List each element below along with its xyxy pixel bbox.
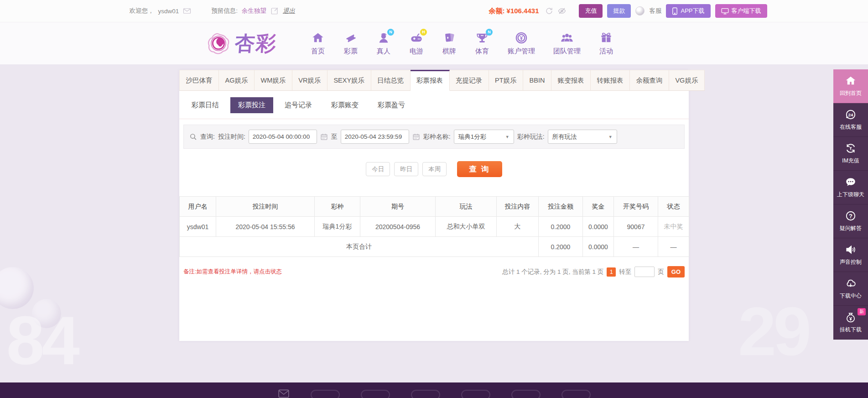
mail-icon[interactable]: [183, 7, 191, 15]
tab-bbin[interactable]: BBIN: [523, 70, 551, 91]
nav-item-home[interactable]: 首页: [301, 31, 334, 56]
chevron-down-icon: ▼: [608, 135, 613, 139]
tab-lottery-report[interactable]: 彩票报表: [411, 70, 450, 91]
site-logo[interactable]: 杏彩: [206, 30, 277, 57]
nav-item-egames[interactable]: H 电游: [400, 31, 433, 56]
pagination: 总计 1 个记录, 分为 1 页, 当前第 1 页 1 转至 页 GO: [502, 266, 685, 278]
logo-text: 杏彩: [234, 30, 278, 57]
tab-pt[interactable]: PT娱乐: [489, 70, 524, 91]
filter-play-label: 彩种玩法:: [517, 133, 545, 141]
summary-bet-amount: 0.2000: [539, 237, 583, 257]
yesterday-button[interactable]: 昨日: [394, 162, 418, 176]
goto-page-input[interactable]: [634, 267, 655, 277]
sidebar-item-back-home[interactable]: 回到首页: [833, 69, 868, 103]
sidebar-item-hangup-download[interactable]: 新 挂机下载: [833, 306, 868, 340]
bet-time-from-input[interactable]: [249, 130, 317, 144]
footer-partner-logo: [461, 390, 490, 398]
cell-bonus: 0.0000: [583, 217, 614, 237]
calendar-icon[interactable]: [320, 133, 328, 141]
subtab-lottery-daily[interactable]: 彩票日结: [184, 97, 227, 113]
gamepad-icon: H: [410, 31, 423, 44]
calendar-icon[interactable]: [412, 133, 420, 141]
col-issue: 期号: [360, 197, 436, 217]
chat-icon: [845, 176, 857, 188]
col-bet-content: 投注内容: [497, 197, 539, 217]
reserved-info-label: 预留信息:: [211, 7, 238, 15]
service-24h-icon: 24: [845, 109, 857, 120]
cell-bet-time: 2020-05-04 15:55:56: [216, 217, 315, 237]
quick-filter-row: 今日 昨日 本周 查 询: [179, 161, 689, 177]
tab-daily-summary[interactable]: 日结总览: [371, 70, 411, 91]
tab-vr[interactable]: VR娱乐: [292, 70, 327, 91]
note-text: 备注:如需查看投注单详情，请点击状态: [183, 268, 282, 276]
nav-item-promotions[interactable]: 活动: [590, 31, 623, 56]
sidebar-item-faq[interactable]: ? 疑问解答: [833, 204, 868, 238]
edit-icon[interactable]: [270, 7, 279, 15]
nav-item-lottery[interactable]: 彩票: [334, 31, 367, 56]
nav-item-live[interactable]: N 真人: [367, 31, 400, 56]
tab-account-change-report[interactable]: 账变报表: [551, 70, 591, 91]
summary-label: 本页合计: [180, 237, 539, 257]
tab-balance-query[interactable]: 余额查询: [630, 70, 669, 91]
nav-item-sports[interactable]: N 体育: [466, 31, 499, 56]
refresh-balance-icon[interactable]: [545, 7, 553, 15]
badge-n: N: [387, 29, 394, 36]
summary-draw-dash: —: [614, 237, 658, 257]
tab-ag[interactable]: AG娱乐: [219, 70, 255, 91]
chevron-down-icon: ▼: [505, 135, 509, 139]
tab-shaba-sports[interactable]: 沙巴体育: [179, 70, 219, 91]
subtab-lottery-bets[interactable]: 彩票投注: [230, 97, 273, 113]
cell-play: 总和大小单双: [436, 217, 497, 237]
lottery-name-select[interactable]: 瑞典1分彩 ▼: [454, 130, 514, 144]
topbar: 欢迎您， ysdw01 预留信息: 余生独望 退出 余额: ¥106.4431 …: [0, 0, 868, 22]
service-ball-icon[interactable]: [635, 6, 645, 16]
subtab-lottery-profit-loss[interactable]: 彩票盈亏: [370, 97, 413, 113]
sidebar-item-sound[interactable]: 声音控制: [833, 238, 868, 272]
recharge-button[interactable]: 充值: [579, 4, 603, 18]
sidebar-item-download-center[interactable]: 下载中心: [833, 272, 868, 306]
main-menu: 首页 彩票 N 真人 H 电游: [301, 31, 623, 56]
gift-icon: [600, 31, 613, 44]
svg-text:24: 24: [848, 112, 853, 117]
balance-value: ¥106.4431: [507, 7, 539, 15]
sidebar-item-online-service[interactable]: 24 在线客服: [833, 103, 868, 137]
subtab-lottery-account-change[interactable]: 彩票账变: [323, 97, 366, 113]
svg-text:?: ?: [849, 213, 852, 220]
logout-link[interactable]: 退出: [283, 7, 295, 15]
col-status: 状态: [658, 197, 689, 217]
withdraw-button[interactable]: 提款: [607, 4, 631, 18]
bet-time-to-input[interactable]: [341, 130, 409, 144]
table-row: ysdw01 2020-05-04 15:55:56 瑞典1分彩 2020050…: [180, 217, 689, 237]
this-week-button[interactable]: 本周: [422, 162, 447, 176]
nav-item-team[interactable]: 团队管理: [544, 31, 590, 56]
nav-item-board-games[interactable]: 棋牌: [433, 31, 466, 56]
subtab-chase-record[interactable]: 追号记录: [277, 97, 320, 113]
tab-vg[interactable]: VG娱乐: [669, 70, 705, 91]
tab-transfer-report[interactable]: 转账报表: [591, 70, 630, 91]
go-button[interactable]: GO: [667, 266, 685, 278]
tab-wm[interactable]: WM娱乐: [255, 70, 292, 91]
reserved-info-value[interactable]: 余生独望: [242, 7, 266, 15]
balance-text: 余额: ¥106.4431: [489, 7, 539, 16]
footer-partner-logo: [411, 390, 440, 398]
nav-item-account[interactable]: 账户管理: [499, 31, 544, 56]
today-button[interactable]: 今日: [366, 162, 390, 176]
service-link[interactable]: 客服: [649, 7, 661, 15]
question-icon: ?: [845, 210, 857, 222]
sidebar-item-im-recharge[interactable]: IM充值: [833, 137, 868, 171]
play-type-select[interactable]: 所有玩法 ▼: [548, 130, 617, 144]
summary-status-dash: —: [658, 237, 689, 257]
hide-balance-icon[interactable]: [558, 7, 566, 15]
app-download-button[interactable]: APP下载: [666, 4, 710, 18]
cell-status[interactable]: 未中奖: [658, 217, 689, 237]
tab-deposit-withdraw-record[interactable]: 充提记录: [450, 70, 489, 91]
search-button[interactable]: 查 询: [457, 161, 502, 177]
sidebar-item-chat[interactable]: 上下级聊天: [833, 171, 868, 204]
moneybag-icon: [845, 311, 857, 323]
client-download-button[interactable]: 客户端下载: [715, 4, 767, 18]
footer-partner-logo: [361, 390, 390, 398]
tab-sexy[interactable]: SEXY娱乐: [327, 70, 371, 91]
badge-h: H: [420, 29, 427, 36]
col-bet-amount: 投注金额: [539, 197, 583, 217]
page-number-badge[interactable]: 1: [607, 267, 616, 277]
